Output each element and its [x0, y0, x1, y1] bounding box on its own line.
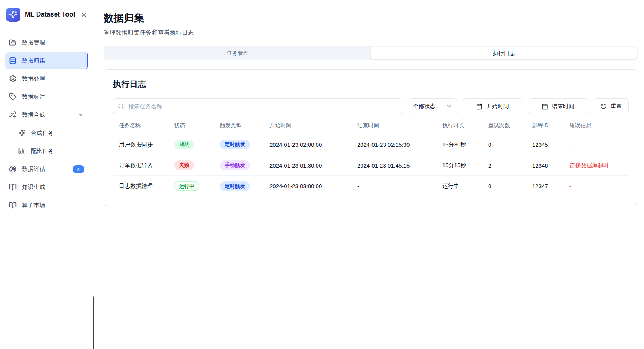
process-id-cell: 12345: [529, 134, 566, 155]
chevron-down-icon: [78, 112, 84, 118]
tab-task-management[interactable]: 任务管理: [105, 47, 371, 59]
duration-cell: 15分30秒: [439, 134, 485, 155]
sidebar-nav: 数据管理 数据归集 数据处理: [0, 29, 93, 213]
sidebar-item-label: 算子市场: [22, 201, 45, 209]
end-time-label: 结束时间: [552, 103, 574, 110]
column-header: 重试次数: [485, 116, 529, 134]
logs-table: 任务名称 状态 触发类型 开始时间 结束时间 执行时长 重试次数 进程ID 错误…: [113, 116, 629, 197]
duration-cell: 15分15秒: [439, 155, 485, 176]
rotate-ccw-icon: [600, 103, 607, 110]
sidebar-header: ML Dataset Tool: [0, 0, 93, 29]
target-icon: [9, 165, 17, 173]
duration-cell: 运行中: [439, 176, 485, 197]
start-time-cell: 2024-01-23 03:00:00: [266, 176, 354, 197]
tab-bar: 任务管理 执行日志: [104, 46, 638, 60]
column-header: 任务名称: [113, 116, 171, 134]
column-header: 状态: [171, 116, 217, 134]
sidebar-close-button[interactable]: [80, 11, 88, 19]
column-header: 开始时间: [266, 116, 354, 134]
task-name-cell: 日志数据清理: [113, 176, 171, 197]
trigger-badge: 定时触发: [220, 140, 250, 149]
sidebar-item-label: 合成任务: [31, 130, 53, 137]
sidebar-item-knowledge-generation[interactable]: 知识生成: [5, 179, 88, 195]
folder-open-icon: [9, 39, 17, 46]
notification-badge: 4: [73, 165, 84, 173]
process-id-cell: 12346: [529, 155, 566, 176]
start-time-cell: 2024-01-23 02:00:00: [266, 134, 354, 155]
status-filter-select[interactable]: 全部状态: [408, 98, 457, 114]
sidebar-item-data-collection[interactable]: 数据归集: [5, 52, 88, 69]
status-filter-value: 全部状态: [413, 103, 435, 110]
sidebar-item-synthesis-tasks[interactable]: 合成任务: [14, 125, 88, 141]
book-open-icon: [9, 201, 17, 209]
sidebar-item-data-labeling[interactable]: 数据标注: [5, 88, 88, 105]
search-field: [113, 98, 402, 114]
tab-execution-logs[interactable]: 执行日志: [371, 47, 637, 59]
sidebar-item-data-synthesis[interactable]: 数据合成: [5, 107, 88, 123]
sidebar-scrollbar-thumb[interactable]: [93, 296, 94, 349]
search-input[interactable]: [113, 98, 402, 114]
status-badge: 成功: [174, 140, 194, 149]
start-time-label: 开始时间: [486, 103, 509, 110]
search-icon: [118, 103, 124, 110]
table-header-row: 任务名称 状态 触发类型 开始时间 结束时间 执行时长 重试次数 进程ID 错误…: [113, 116, 629, 134]
close-icon: [81, 11, 87, 18]
column-header: 进程ID: [529, 116, 566, 134]
sidebar-item-label: 知识生成: [22, 183, 45, 191]
sidebar-item-label: 配比任务: [31, 148, 53, 155]
retry-count-cell: 0: [485, 176, 529, 197]
panel-title: 执行日志: [113, 79, 629, 90]
column-header: 结束时间: [354, 116, 439, 134]
error-message-cell: 连接数据库超时: [566, 155, 629, 176]
sidebar-item-label: 数据标注: [22, 93, 45, 101]
end-time-button[interactable]: 结束时间: [528, 98, 588, 114]
table-row: 订单数据导入 失败 手动触发 2024-01-23 01:30:00 2024-…: [113, 155, 629, 176]
process-id-cell: 12347: [529, 176, 566, 197]
chevron-down-icon: [446, 104, 452, 109]
app-logo: [6, 8, 20, 22]
status-badge: 运行中: [174, 181, 199, 191]
book-open-icon: [9, 183, 17, 191]
retry-count-cell: 2: [485, 155, 529, 176]
execution-logs-panel: 执行日志 全部状态: [104, 69, 638, 206]
table-row: 日志数据清理 运行中 定时触发 2024-01-23 03:00:00 - 运行…: [113, 176, 629, 197]
sparkles-icon: [9, 11, 17, 19]
calendar-icon: [542, 103, 548, 110]
sidebar-item-label: 数据评估: [22, 165, 45, 173]
main-content: 数据归集 管理数据归集任务和查看执行日志 任务管理 执行日志 执行日志 全部状态: [93, 0, 644, 349]
sparkles-icon: [18, 129, 26, 137]
sidebar-item-data-evaluation[interactable]: 数据评估 4: [5, 161, 88, 177]
column-header: 错误信息: [566, 116, 629, 134]
start-time-button[interactable]: 开始时间: [463, 98, 522, 114]
tag-icon: [9, 93, 17, 101]
status-badge: 失败: [174, 160, 194, 170]
task-name-cell: 订单数据导入: [113, 155, 171, 176]
chart-column-icon: [18, 147, 26, 155]
trigger-badge: 定时触发: [220, 181, 250, 191]
error-message-cell: -: [566, 134, 629, 155]
app-window: ML Dataset Tool 数据管理 数据归集: [0, 0, 644, 349]
shuffle-icon: [9, 111, 17, 119]
app-title: ML Dataset Tool: [25, 11, 75, 18]
gear-icon: [9, 75, 17, 82]
sidebar-item-label: 数据归集: [22, 57, 45, 65]
end-time-cell: -: [354, 176, 439, 197]
page-title: 数据归集: [104, 11, 638, 25]
column-header: 执行时长: [439, 116, 485, 134]
database-icon: [9, 57, 17, 64]
reset-label: 重置: [611, 103, 622, 110]
reset-button[interactable]: 重置: [594, 98, 629, 114]
page-subtitle: 管理数据归集任务和查看执行日志: [104, 29, 638, 37]
sidebar-item-data-management[interactable]: 数据管理: [5, 34, 88, 51]
calendar-icon: [476, 103, 483, 110]
sidebar-item-label: 数据处理: [22, 75, 45, 83]
task-name-cell: 用户数据同步: [113, 134, 171, 155]
sidebar-item-data-processing[interactable]: 数据处理: [5, 70, 88, 87]
filter-bar: 全部状态 开始时间 结: [113, 98, 629, 114]
sidebar-item-ratio-tasks[interactable]: 配比任务: [14, 143, 88, 159]
sidebar-item-operator-market[interactable]: 算子市场: [5, 197, 88, 213]
retry-count-cell: 0: [485, 134, 529, 155]
error-message-cell: -: [566, 176, 629, 197]
sidebar: ML Dataset Tool 数据管理 数据归集: [0, 0, 93, 349]
table-row: 用户数据同步 成功 定时触发 2024-01-23 02:00:00 2024-…: [113, 134, 629, 155]
